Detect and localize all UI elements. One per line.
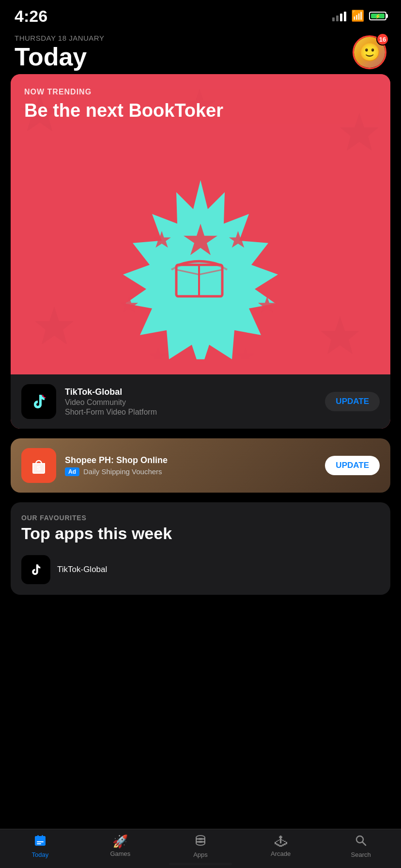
featured-card[interactable]: NOW TRENDING Be the next BookToker <box>11 74 390 429</box>
svg-marker-15 <box>236 347 255 359</box>
tab-search-label: Search <box>351 851 371 858</box>
games-icon: 🚀 <box>112 835 128 848</box>
ad-info: Shopee PH: Shop Online Ad Daily Shipping… <box>65 455 316 476</box>
tab-today-label: Today <box>31 851 48 858</box>
favourites-title: Top apps this week <box>21 525 380 542</box>
tab-games-label: Games <box>110 850 130 857</box>
svg-rect-24 <box>42 835 43 837</box>
tab-today[interactable]: Today <box>16 834 64 858</box>
featured-app-subtitle2: Short-Form Video Platform <box>65 408 316 417</box>
app-icon-tiktok-small <box>21 555 50 584</box>
favourites-card: OUR FAVOURITES Top apps this week TikTok… <box>11 502 390 595</box>
status-icons: 📶 ⚡ <box>332 10 386 22</box>
header: Thursday 18 January Today 🙂 16 <box>0 29 401 74</box>
main-content: NOW TRENDING Be the next BookToker <box>0 74 401 663</box>
ad-app-name: Shopee PH: Shop Online <box>65 455 316 465</box>
tab-arcade[interactable]: 🕹 Arcade <box>257 835 305 857</box>
status-time: 4:26 <box>15 7 47 26</box>
ad-card[interactable]: S Shopee PH: Shop Online Ad Daily Shippi… <box>11 438 390 493</box>
arcade-icon: 🕹 <box>275 835 287 848</box>
tab-apps-label: Apps <box>193 851 208 858</box>
featured-card-footer: TikTok-Global Video Community Short-Form… <box>11 374 390 429</box>
tab-games[interactable]: 🚀 Games <box>96 835 144 857</box>
wifi-icon: 📶 <box>351 10 364 22</box>
featured-headline: Be the next BookToker <box>24 101 223 121</box>
favourites-badge: OUR FAVOURITES <box>21 514 380 522</box>
svg-line-31 <box>363 842 366 846</box>
tiktok-app-icon <box>21 384 56 419</box>
ad-subtitle: Daily Shipping Vouchers <box>83 467 162 476</box>
tab-apps[interactable]: Apps <box>176 834 225 858</box>
svg-marker-1 <box>340 113 379 151</box>
shopee-app-icon: S <box>21 448 56 483</box>
battery-icon: ⚡ <box>369 12 386 20</box>
tab-arcade-label: Arcade <box>271 850 291 857</box>
ad-meta: Ad Daily Shipping Vouchers <box>65 467 316 476</box>
today-icon <box>34 834 46 849</box>
status-bar: 4:26 📶 ⚡ <box>0 0 401 29</box>
starburst-graphic <box>104 166 297 361</box>
featured-app-info: TikTok-Global Video Community Short-Form… <box>65 387 316 417</box>
featured-card-art: NOW TRENDING Be the next BookToker <box>11 74 390 374</box>
featured-app-name: TikTok-Global <box>65 387 316 397</box>
tab-bar: Today 🚀 Games Apps 🕹 Arcade Search <box>0 829 401 868</box>
svg-marker-3 <box>35 307 74 344</box>
svg-rect-23 <box>37 835 39 837</box>
featured-badge: NOW TRENDING <box>24 88 92 96</box>
svg-rect-20 <box>35 838 46 839</box>
signal-icon <box>332 11 346 21</box>
app-row-name: TikTok-Global <box>57 565 107 574</box>
profile-badge: 16 <box>376 33 389 46</box>
featured-update-button[interactable]: UPDATE <box>325 392 380 411</box>
featured-app-subtitle1: Video Community <box>65 398 316 407</box>
page-title: Today <box>15 44 104 69</box>
tab-search[interactable]: Search <box>337 834 385 858</box>
header-date: Thursday 18 January <box>15 34 104 42</box>
apps-icon <box>194 834 207 849</box>
ad-label: Ad <box>65 467 79 476</box>
ad-update-button[interactable]: UPDATE <box>325 456 380 475</box>
header-left: Thursday 18 January Today <box>15 34 104 69</box>
profile-button[interactable]: 🙂 16 <box>353 35 386 69</box>
list-item[interactable]: TikTok-Global <box>21 552 380 587</box>
svg-marker-14 <box>149 347 168 359</box>
svg-marker-2 <box>321 316 359 354</box>
svg-text:S: S <box>37 465 41 472</box>
search-icon <box>355 834 367 849</box>
